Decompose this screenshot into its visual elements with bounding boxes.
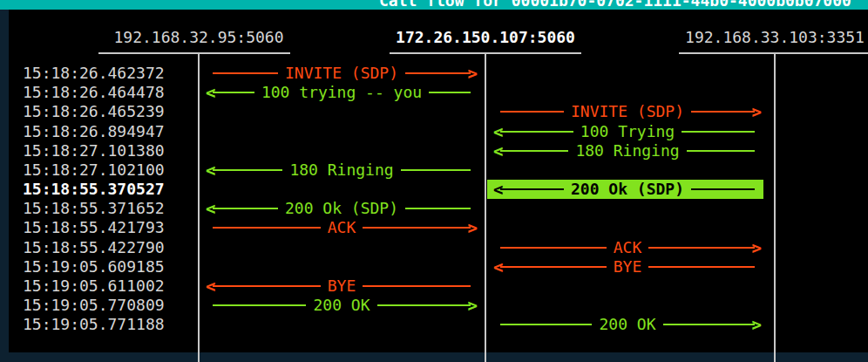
sip-message-arrow[interactable]: <180 Ringing [211, 161, 472, 180]
message-label: ACK [321, 218, 363, 237]
message-label: INVITE (SDP) [278, 64, 405, 83]
arrow-right-icon: > [752, 315, 762, 334]
title-bar-text: Call flow for 00001b70-0702-1111-44b0-40… [379, 0, 851, 10]
left-edge-strip [0, 10, 9, 362]
message-label: 180 Ringing [282, 161, 400, 180]
row-timestamp: 15:18:55.421793 [23, 218, 165, 237]
sip-message-arrow[interactable]: <BYE [498, 257, 756, 277]
arrow-left-icon: < [206, 277, 215, 296]
row-timestamp: 15:18:27.102100 [23, 161, 165, 180]
row-timestamp: 15:19:05.771188 [23, 315, 165, 334]
column-header-proxy: 172.26.150.107:5060 [372, 28, 599, 47]
arrow-left-icon: < [493, 141, 503, 161]
arrow-right-icon: > [752, 102, 762, 121]
row-timestamp: 15:18:26.894947 [23, 122, 165, 141]
sip-message-arrow[interactable]: >INVITE (SDP) [211, 64, 472, 83]
row-timestamp: 15:18:26.462372 [23, 64, 165, 83]
row-timestamp: 15:18:55.422790 [23, 238, 165, 257]
sip-message-arrow[interactable]: >ACK [498, 238, 756, 257]
row-timestamp: 15:19:05.611002 [23, 277, 165, 296]
sip-message-arrow[interactable]: <100 trying -- you [211, 83, 472, 102]
sip-message-arrow[interactable]: <BYE [211, 277, 472, 296]
arrow-left-icon: < [206, 161, 215, 180]
row-timestamp: 15:19:05.609185 [23, 257, 165, 277]
arrow-left-icon: < [493, 180, 503, 199]
call-flow-screen: Call flow for 00001b70-0702-1111-44b0-40… [0, 0, 868, 362]
message-label: 180 Ringing [568, 141, 686, 161]
sip-message-arrow[interactable]: <200 Ok (SDP) [211, 199, 472, 218]
row-timestamp: 15:18:55.371652 [23, 199, 165, 218]
column-lifeline [774, 52, 776, 362]
row-timestamp: 15:19:05.770809 [23, 296, 165, 315]
column-header-callee: 192.168.33.103:3351 [661, 28, 868, 47]
sip-message-arrow[interactable]: <200 Ok (SDP) [498, 180, 756, 199]
message-label: 200 OK [592, 315, 662, 334]
message-label: 100 trying -- you [254, 83, 429, 102]
row-timestamp: 15:18:27.101380 [23, 141, 165, 161]
sip-message-arrow[interactable]: <180 Ringing [498, 141, 756, 161]
message-label: 100 Trying [573, 122, 682, 141]
sip-message-arrow[interactable]: <100 Trying [498, 122, 756, 141]
message-label: 200 OK [306, 296, 376, 315]
bottom-edge-strip [0, 352, 868, 362]
message-label: BYE [321, 277, 363, 296]
column-lifeline [198, 52, 200, 362]
arrow-left-icon: < [206, 83, 215, 102]
arrow-right-icon: > [468, 296, 478, 315]
message-label: 200 Ok (SDP) [278, 199, 405, 218]
arrow-right-icon: > [468, 218, 478, 237]
row-timestamp: 15:18:26.464478 [23, 83, 165, 102]
column-crossbar [98, 52, 290, 54]
arrow-right-icon: > [468, 64, 478, 83]
row-timestamp: 15:18:55.370527 [23, 180, 165, 199]
arrow-left-icon: < [206, 199, 215, 218]
sip-message-arrow[interactable]: >200 OK [211, 296, 472, 315]
sip-message-arrow[interactable]: >INVITE (SDP) [498, 102, 756, 121]
title-bar: Call flow for 00001b70-0702-1111-44b0-40… [0, 0, 868, 10]
arrow-left-icon: < [493, 122, 503, 141]
arrow-left-icon: < [493, 257, 503, 277]
column-lifeline [485, 52, 486, 362]
row-timestamp: 15:18:26.465239 [23, 102, 165, 121]
sip-message-arrow[interactable]: >ACK [211, 218, 472, 237]
message-label: ACK [607, 238, 649, 257]
message-label: BYE [607, 257, 649, 277]
message-label: 200 Ok (SDP) [564, 180, 691, 199]
sip-message-arrow[interactable]: >200 OK [498, 315, 756, 334]
message-label: INVITE (SDP) [564, 102, 691, 121]
arrow-right-icon: > [752, 238, 762, 257]
column-header-caller: 192.168.32.95:5060 [85, 28, 312, 47]
